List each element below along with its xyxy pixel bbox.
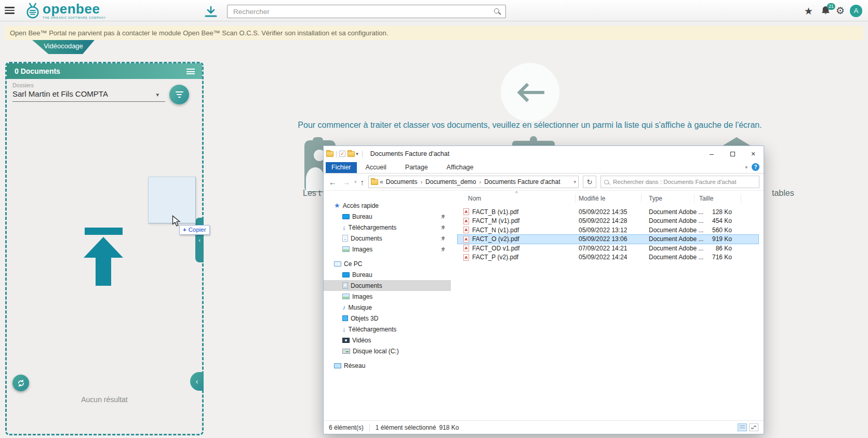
expand-ribbon-icon[interactable]: ▾ — [745, 165, 747, 170]
nav-label: Images — [352, 293, 372, 300]
thumbnails-view-icon[interactable] — [749, 423, 758, 431]
quick-toolbar-caret-icon[interactable]: ▾ — [356, 151, 358, 156]
video-icon — [342, 338, 350, 343]
arrow-illustration — [722, 137, 751, 146]
quick-access-star-icon: ★ — [334, 202, 340, 209]
nav-qa-telechargements[interactable]: ↓Téléchargements — [324, 222, 451, 233]
filter-button[interactable] — [169, 85, 189, 104]
nav-reseau[interactable]: Réseau — [324, 360, 451, 371]
nav-label: Vidéos — [352, 337, 371, 344]
favorites-star-icon[interactable]: ★ — [804, 5, 813, 17]
nav-back-icon[interactable]: ← — [329, 178, 337, 187]
history-dropdown-icon[interactable]: ▾ — [354, 179, 357, 184]
properties-quick-icon[interactable]: ✓ — [339, 151, 345, 157]
nav-label: Objets 3D — [351, 315, 378, 322]
pin-icon — [440, 224, 446, 232]
address-dropdown-icon[interactable]: ▾ — [574, 179, 577, 184]
nav-qa-documents[interactable]: Documents — [324, 233, 451, 244]
nav-label: Images — [352, 246, 372, 253]
refresh-address-icon[interactable]: ↻ — [583, 176, 596, 188]
explorer-status-bar: 6 élément(s) 1 élément sélectionné 918 K… — [324, 420, 764, 434]
nav-pc-objets-3d[interactable]: Objets 3D — [324, 313, 451, 324]
documents-count: 0 Documents — [15, 67, 60, 75]
breadcrumb-facture-achat[interactable]: Documents Facture d'achat — [483, 178, 561, 185]
new-folder-quick-icon[interactable] — [348, 151, 355, 157]
close-button[interactable]: × — [743, 146, 764, 162]
pdf-icon: A — [463, 236, 469, 243]
file-size: 716 Ko — [707, 254, 732, 261]
tab-partage[interactable]: Partage — [399, 162, 434, 173]
picture-icon — [342, 246, 350, 252]
nav-quick-access[interactable]: ★Accès rapide — [324, 200, 451, 211]
panel-collapse-handle[interactable]: ‹ — [195, 218, 204, 262]
file-list: ^ Nom Modifié le Type Taille AFACT_B (v1… — [458, 194, 758, 262]
folders-select[interactable]: Sarl Martin et Fils COMPTA ▾ — [12, 89, 165, 102]
settings-gear-icon[interactable]: ⚙ — [836, 5, 845, 17]
background-text-fragment-left: Les t — [303, 189, 321, 198]
empty-result-message: Aucun résultat — [5, 395, 204, 404]
menu-icon[interactable] — [5, 7, 15, 15]
pin-icon — [440, 214, 446, 221]
nav-forward-icon[interactable]: → — [342, 178, 350, 187]
breadcrumb-documents[interactable]: Documents — [385, 178, 419, 185]
file-row[interactable]: AFACT_B (v1).pdf05/09/2022 14:35Document… — [458, 207, 758, 217]
explorer-app-icon — [326, 151, 333, 157]
refresh-button[interactable] — [12, 375, 29, 391]
file-modified: 05/09/2022 14:24 — [579, 254, 649, 261]
separator: | — [362, 150, 363, 157]
pdf-icon: A — [463, 208, 469, 215]
panel-list-icon[interactable] — [186, 69, 195, 76]
file-explorer-window: | ✓ ▾ | Documents Facture d'achat – × Fi… — [323, 145, 764, 434]
details-view-icon[interactable] — [738, 423, 747, 431]
tab-affichage[interactable]: Affichage — [441, 162, 479, 173]
file-row[interactable]: AFACT_P (v2).pdf05/09/2022 14:24Document… — [458, 253, 758, 262]
file-name: FACT_N (v1).pdf — [472, 227, 519, 234]
explorer-nav-tree: ★Accès rapide Bureau ↓Téléchargements Do… — [324, 200, 451, 371]
file-list-header: ^ Nom Modifié le Type Taille — [458, 194, 758, 203]
user-avatar[interactable]: A — [850, 5, 862, 17]
explorer-titlebar[interactable]: | ✓ ▾ | Documents Facture d'achat – × — [324, 146, 764, 162]
nav-pc-disque-c[interactable]: Disque local (C:) — [324, 346, 451, 356]
logo-tagline: THE ORGANIC SOFTWARE COMPANY — [43, 16, 106, 19]
nav-pc-documents[interactable]: Documents — [324, 280, 451, 291]
global-search — [227, 5, 506, 18]
folder-icon — [371, 179, 378, 185]
file-row-selected[interactable]: AFACT_O (v2).pdf05/09/2022 13:06Document… — [458, 235, 758, 244]
column-header-nom[interactable]: Nom — [468, 195, 481, 202]
breadcrumb-documents-demo[interactable]: Documents_demo — [424, 178, 477, 185]
file-row[interactable]: AFACT_M (v1).pdf05/09/2022 14:28Document… — [458, 217, 758, 226]
tab-accueil[interactable]: Accueil — [360, 162, 392, 173]
explorer-search-box[interactable]: Rechercher dans : Documents Facture d'ac… — [600, 176, 759, 188]
tab-fichier[interactable]: Fichier — [326, 162, 357, 173]
nav-up-icon[interactable]: ↑ — [360, 178, 365, 187]
nav-pc-bureau[interactable]: Bureau — [324, 269, 451, 280]
chevron-left-icon: ‹ — [198, 237, 201, 243]
maximize-button[interactable] — [722, 146, 743, 162]
openbee-logo[interactable]: openbee THE ORGANIC SOFTWARE COMPANY — [24, 1, 106, 21]
column-header-modifie[interactable]: Modifié le — [579, 195, 605, 202]
address-box[interactable]: « Documents › Documents_demo › Documents… — [368, 176, 579, 188]
back-arrow-icon — [501, 63, 559, 122]
nav-pc-musique[interactable]: ♪Musique — [324, 302, 451, 313]
nav-pc-videos[interactable]: Vidéos — [324, 335, 451, 346]
search-icon[interactable] — [494, 8, 499, 14]
instruction-text: Pour commencer à traiter et classer vos … — [275, 121, 784, 130]
nav-qa-images[interactable]: Images — [324, 244, 451, 255]
background-text-fragment-right: tables — [772, 189, 794, 198]
nav-ce-pc[interactable]: Ce PC — [324, 258, 451, 269]
file-type: Document Adobe ... — [649, 227, 707, 234]
minimize-button[interactable]: – — [701, 146, 722, 162]
column-header-taille[interactable]: Taille — [699, 195, 713, 202]
file-type: Document Adobe ... — [649, 217, 707, 224]
tab-videocodage[interactable]: Vidéocodage — [32, 40, 95, 54]
nav-pc-images[interactable]: Images — [324, 291, 451, 302]
column-header-type[interactable]: Type — [649, 195, 662, 202]
nav-pc-telechargements[interactable]: ↓Téléchargements — [324, 324, 451, 335]
nav-qa-bureau[interactable]: Bureau — [324, 211, 451, 222]
file-size: 86 Ko — [707, 245, 732, 252]
help-icon[interactable]: ? — [752, 163, 759, 171]
file-row[interactable]: AFACT_OD v1.pdf07/09/2022 14:21Document … — [458, 244, 758, 253]
file-row[interactable]: AFACT_N (v1).pdf05/09/2022 13:12Document… — [458, 225, 758, 235]
search-input[interactable] — [228, 5, 505, 18]
download-icon[interactable] — [204, 6, 218, 18]
